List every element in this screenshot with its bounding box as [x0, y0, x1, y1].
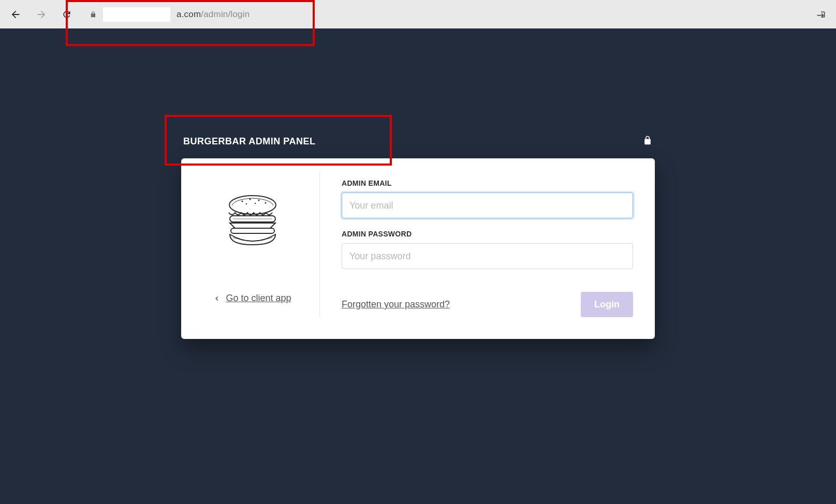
browser-address-bar[interactable]: a.com/admin/login [90, 7, 803, 22]
email-label: ADMIN EMAIL [342, 179, 633, 187]
chevron-left-icon [213, 295, 221, 302]
svg-point-2 [249, 199, 251, 200]
svg-point-6 [254, 203, 255, 204]
browser-share-button[interactable] [814, 7, 828, 22]
url-text: a.com/admin/login [177, 9, 250, 20]
panel-title: BURGERBAR ADMIN PANEL [183, 136, 316, 147]
form-bottom-row: Forgotten your password? Login [342, 292, 633, 317]
arrow-left-icon [10, 9, 21, 20]
go-to-client-link[interactable]: Go to client app [213, 293, 291, 304]
svg-rect-9 [231, 228, 274, 233]
svg-point-5 [245, 203, 246, 204]
svg-point-4 [265, 202, 266, 204]
svg-point-1 [241, 201, 243, 202]
browser-forward-button[interactable] [34, 7, 49, 22]
email-input[interactable] [342, 192, 633, 218]
login-button[interactable]: Login [581, 292, 633, 317]
lock-icon [90, 11, 97, 18]
browser-chrome: a.com/admin/login [0, 0, 836, 28]
browser-reload-button[interactable] [60, 7, 74, 22]
login-form: ADMIN EMAIL ADMIN PASSWORD Forgotten you… [320, 173, 633, 317]
arrow-right-icon [36, 9, 47, 20]
go-to-client-link-text[interactable]: Go to client app [226, 293, 291, 304]
reload-icon [62, 9, 72, 20]
panel-header: BURGERBAR ADMIN PANEL [181, 135, 655, 158]
browser-back-button[interactable] [8, 7, 23, 22]
svg-point-3 [258, 200, 259, 201]
password-label: ADMIN PASSWORD [342, 230, 633, 238]
share-icon [816, 9, 826, 20]
url-redacted-segment [103, 7, 170, 22]
burger-icon [222, 192, 284, 249]
login-left-column: Go to client app [196, 173, 320, 317]
logo [196, 179, 310, 262]
panel-lock-icon [642, 135, 653, 148]
page-background: BURGERBAR ADMIN PANEL [0, 28, 836, 504]
forgot-password-link[interactable]: Forgotten your password? [342, 299, 450, 310]
login-panel: BURGERBAR ADMIN PANEL [181, 135, 655, 504]
lock-icon [642, 135, 653, 146]
password-input[interactable] [342, 243, 633, 269]
login-card: Go to client app ADMIN EMAIL ADMIN PASSW… [181, 158, 655, 339]
